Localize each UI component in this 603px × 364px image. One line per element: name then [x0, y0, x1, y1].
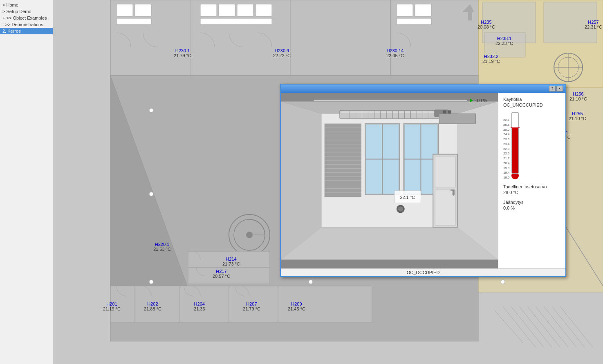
jaahdytys-value: 0.0 %	[503, 205, 560, 210]
svg-text:22.1 °C: 22.1 °C	[400, 195, 415, 200]
room-label-H207[interactable]: H207 21.79 °C	[243, 301, 260, 311]
svg-rect-111	[451, 190, 455, 191]
thermo-scale: 22.1 25.5 25.2 24.4 23.6 23.4 22.8 22.6 …	[503, 118, 510, 179]
ac-slider-arrow	[470, 98, 473, 103]
svg-point-43	[501, 280, 505, 284]
thermometer-body-wrapper	[511, 112, 519, 179]
svg-rect-80	[448, 110, 451, 114]
thermometer-container: 22.1 25.5 25.2 24.4 23.6 23.4 22.8 22.6 …	[503, 112, 560, 179]
svg-rect-6	[117, 4, 133, 16]
room-label-H202[interactable]: H202 21.88 °C	[144, 301, 161, 311]
svg-rect-15	[415, 4, 431, 16]
svg-point-115	[398, 207, 403, 212]
ac-percent-label: 0.0 %	[475, 98, 487, 103]
sidebar-item-home[interactable]: > Home	[0, 2, 53, 8]
svg-point-39	[149, 108, 153, 112]
svg-rect-14	[397, 4, 413, 16]
thermometer-body	[511, 112, 519, 174]
room-label-H232-2[interactable]: H232.2 21.19 °C	[482, 54, 500, 64]
svg-point-40	[149, 192, 153, 196]
room-label-H256[interactable]: H256 21.10 °C	[569, 92, 587, 101]
svg-rect-81	[439, 114, 475, 124]
svg-rect-8	[117, 18, 151, 25]
svg-rect-10	[219, 4, 235, 16]
thermometer-fill	[512, 128, 518, 173]
svg-rect-9	[200, 4, 217, 16]
room-scene-svg: 22.1 °C	[281, 93, 498, 268]
svg-rect-11	[237, 4, 253, 16]
jaahdytys-label: Jäähdytys	[503, 200, 560, 205]
ac-control-bar: 0.0 %	[314, 98, 487, 103]
sidebar-item-demonstrations[interactable]: - >> Demonstrations	[0, 21, 53, 28]
svg-rect-13	[200, 18, 272, 25]
room-label-H217[interactable]: H217 20.57 °C	[213, 269, 230, 279]
kayttotila-value: OC_UNOCCUPIED	[503, 103, 560, 107]
popup-help-button[interactable]: ?	[549, 86, 556, 92]
svg-rect-12	[256, 4, 272, 16]
svg-point-41	[309, 280, 313, 284]
popup-right-panel: Käyttötila OC_UNOCCUPIED 22.1 25.5 25.2 …	[498, 93, 565, 268]
popup-status-bar: OC_OCCUPIED	[281, 268, 565, 276]
room-label-H220-1[interactable]: H220.1 21.53 °C	[153, 242, 171, 252]
popup-window: ? × 0.0 %	[280, 84, 566, 277]
sidebar: > Home > Setup Demo + >> Object Examples…	[0, 0, 53, 364]
svg-rect-7	[135, 4, 151, 16]
room-label-H255[interactable]: H255 21.10 °C	[569, 111, 586, 121]
room-label-H214[interactable]: H214 21.73 °C	[222, 257, 240, 266]
ac-slider-track[interactable]	[314, 100, 468, 101]
svg-rect-109	[435, 190, 455, 226]
popup-controls: ? ×	[549, 86, 563, 92]
svg-rect-108	[435, 156, 455, 188]
popup-3d-scene: 0.0 %	[281, 93, 498, 268]
svg-point-42	[149, 280, 153, 284]
main-area: H230.1 21.79 °C H230.9 22.22 °C H230.14 …	[53, 0, 603, 364]
room-label-H230-9[interactable]: H230.9 22.22 °C	[273, 48, 291, 58]
room-label-H235[interactable]: H235 20.08 °C	[477, 20, 495, 29]
room-label-H209[interactable]: H209 21.45 °C	[288, 301, 305, 311]
todellinen-value: 28.0 °C	[503, 190, 560, 195]
room-label-H201[interactable]: H201 21.19 °C	[103, 301, 121, 311]
room-label-H204[interactable]: H204 21.36	[194, 301, 205, 311]
todellinen-label: Todellinen asetusarvo	[503, 184, 560, 189]
room-label-H230-1[interactable]: H230.1 21.79 °C	[174, 48, 191, 58]
popup-content: 0.0 %	[281, 93, 565, 268]
sidebar-item-setup-demo[interactable]: > Setup Demo	[0, 8, 53, 15]
room-label-H257[interactable]: H257 22.31 °C	[585, 20, 602, 29]
svg-rect-16	[397, 18, 431, 25]
kayttotila-label: Käyttötila	[503, 97, 560, 102]
sidebar-item-object-examples[interactable]: + >> Object Examples	[0, 15, 53, 21]
svg-rect-110	[453, 190, 455, 196]
popup-close-button[interactable]: ×	[556, 86, 563, 92]
room-label-H238-1[interactable]: H238.1 22.23 °C	[495, 36, 513, 46]
svg-rect-79	[443, 110, 446, 114]
svg-rect-4	[290, 0, 390, 76]
room-label-H230-14[interactable]: H230.14 22.05 °C	[386, 48, 404, 58]
thermometer-marker	[511, 127, 520, 128]
popup-titlebar[interactable]: ? ×	[281, 85, 565, 93]
sidebar-item-2-kerros[interactable]: 2. Kerros	[0, 28, 53, 34]
svg-rect-63	[341, 111, 438, 113]
